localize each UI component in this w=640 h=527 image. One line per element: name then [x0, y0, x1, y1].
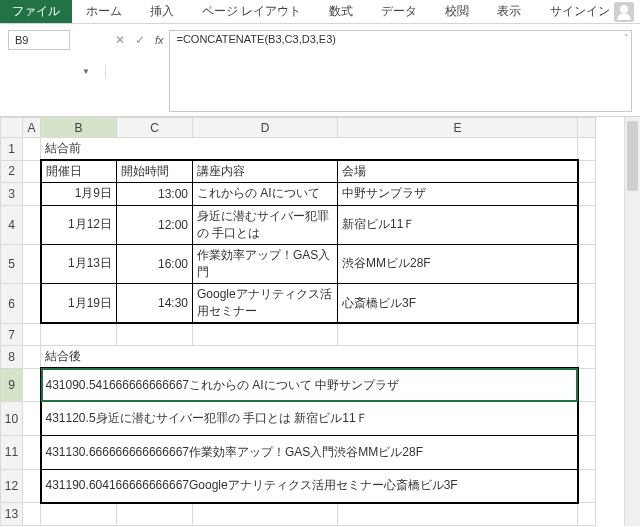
cell[interactable]: 渋谷MMビル28F [338, 244, 578, 283]
cell[interactable] [23, 469, 41, 503]
row-header[interactable]: 6 [1, 284, 23, 324]
cell[interactable] [578, 205, 596, 244]
cell[interactable]: 身近に潜むサイバー犯罪の 手口とは [193, 205, 338, 244]
cell[interactable] [578, 368, 596, 402]
cell[interactable] [117, 323, 193, 345]
cell[interactable]: 16:00 [117, 244, 193, 283]
cell[interactable]: 作業効率アップ！GAS入門 [193, 244, 338, 283]
col-E[interactable]: E [338, 118, 578, 138]
cell[interactable] [578, 323, 596, 345]
cell[interactable] [578, 160, 596, 182]
fx-icon[interactable]: fx [155, 34, 164, 46]
cell[interactable] [578, 183, 596, 205]
col-B[interactable]: B [41, 118, 117, 138]
ribbon-tab-home[interactable]: ホーム [72, 0, 136, 23]
vertical-scrollbar[interactable] [624, 117, 640, 526]
cell-after-label[interactable]: 結合後 [41, 346, 578, 368]
cell[interactable]: Googleアナリティクス活用セミナー [193, 284, 338, 324]
cell-header-topic[interactable]: 講座内容 [193, 160, 338, 182]
row-header[interactable]: 1 [1, 138, 23, 160]
signin-area[interactable]: サインイン [550, 0, 640, 23]
ribbon-tab-layout[interactable]: ページ レイアウト [188, 0, 315, 23]
ribbon-tab-review[interactable]: 校閲 [431, 0, 483, 23]
col-C[interactable]: C [117, 118, 193, 138]
row-header[interactable]: 7 [1, 323, 23, 345]
cell[interactable] [578, 244, 596, 283]
cell[interactable]: 14:30 [117, 284, 193, 324]
cell[interactable] [23, 323, 41, 345]
ribbon-tab-view[interactable]: 表示 [483, 0, 535, 23]
cell[interactable] [23, 244, 41, 283]
cell[interactable]: 13:00 [117, 183, 193, 205]
scrollbar-thumb[interactable] [627, 121, 638, 191]
cell[interactable] [23, 284, 41, 324]
file-tab[interactable]: ファイル [0, 0, 72, 23]
cell[interactable] [23, 402, 41, 436]
cell[interactable] [193, 323, 338, 345]
spreadsheet-grid[interactable]: A B C D E 1 結合前 2 開催日 開始時間 講座内容 会場 3 1月9… [0, 117, 596, 526]
cell-header-venue[interactable]: 会場 [338, 160, 578, 182]
cell-header-date[interactable]: 開催日 [41, 160, 117, 182]
cell-B9-selected[interactable]: 431090.541666666666667これからの AIについて 中野サンプ… [41, 368, 578, 402]
cell[interactable] [23, 160, 41, 182]
row-header[interactable]: 12 [1, 469, 23, 503]
cell[interactable] [578, 346, 596, 368]
row-header[interactable]: 3 [1, 183, 23, 205]
cell[interactable]: 12:00 [117, 205, 193, 244]
row-header[interactable]: 8 [1, 346, 23, 368]
namebox-dropdown-icon[interactable]: ▼ [76, 67, 96, 76]
cell-before-label[interactable]: 結合前 [41, 138, 578, 160]
cell[interactable] [23, 346, 41, 368]
cell[interactable]: 新宿ビル11Ｆ [338, 205, 578, 244]
cell[interactable] [23, 138, 41, 160]
row-header[interactable]: 4 [1, 205, 23, 244]
cell[interactable]: 431120.5身近に潜むサイバー犯罪の 手口とは 新宿ビル11Ｆ [41, 402, 578, 436]
cell[interactable] [578, 402, 596, 436]
enter-icon[interactable]: ✓ [135, 33, 145, 47]
name-box[interactable]: B9 [8, 30, 70, 50]
select-all-corner[interactable] [1, 118, 23, 138]
cell[interactable]: 1月12日 [41, 205, 117, 244]
signin-label: サインイン [550, 3, 610, 20]
col-blank[interactable] [578, 118, 596, 138]
formula-input[interactable]: =CONCATENATE(B3,C3,D3,E3) ˄ [169, 30, 632, 112]
row-header[interactable]: 13 [1, 503, 23, 526]
cell[interactable] [578, 138, 596, 160]
cell-header-time[interactable]: 開始時間 [117, 160, 193, 182]
expand-icon[interactable]: ˄ [624, 33, 629, 43]
cell[interactable]: 431130.666666666666667作業効率アップ！GAS入門渋谷MMビ… [41, 436, 578, 470]
cell[interactable] [23, 503, 41, 526]
cell[interactable] [23, 205, 41, 244]
ribbon-tab-formulas[interactable]: 数式 [315, 0, 367, 23]
cell[interactable] [41, 503, 117, 526]
cell[interactable] [578, 469, 596, 503]
ribbon-tab-insert[interactable]: 挿入 [136, 0, 188, 23]
cell[interactable] [578, 503, 596, 526]
cell[interactable] [193, 503, 338, 526]
cell[interactable] [338, 323, 578, 345]
cell[interactable] [23, 436, 41, 470]
col-D[interactable]: D [193, 118, 338, 138]
row-header[interactable]: 9 [1, 368, 23, 402]
cell[interactable]: 1月13日 [41, 244, 117, 283]
cell[interactable] [23, 368, 41, 402]
cell[interactable] [117, 503, 193, 526]
cell[interactable]: 431190.604166666666667Googleアナリティクス活用セミナ… [41, 469, 578, 503]
row-header[interactable]: 11 [1, 436, 23, 470]
cell[interactable] [578, 436, 596, 470]
row-header[interactable]: 2 [1, 160, 23, 182]
cell[interactable]: 1月19日 [41, 284, 117, 324]
row-header[interactable]: 5 [1, 244, 23, 283]
cell[interactable]: 心斎橋ビル3F [338, 284, 578, 324]
ribbon-tab-data[interactable]: データ [367, 0, 431, 23]
cell[interactable] [41, 323, 117, 345]
cell[interactable] [578, 284, 596, 324]
cell[interactable]: これからの AIについて [193, 183, 338, 205]
cell[interactable]: 中野サンプラザ [338, 183, 578, 205]
row-header[interactable]: 10 [1, 402, 23, 436]
cancel-icon[interactable]: ✕ [115, 33, 125, 47]
cell[interactable]: 1月9日 [41, 183, 117, 205]
col-A[interactable]: A [23, 118, 41, 138]
cell[interactable] [338, 503, 578, 526]
cell[interactable] [23, 183, 41, 205]
